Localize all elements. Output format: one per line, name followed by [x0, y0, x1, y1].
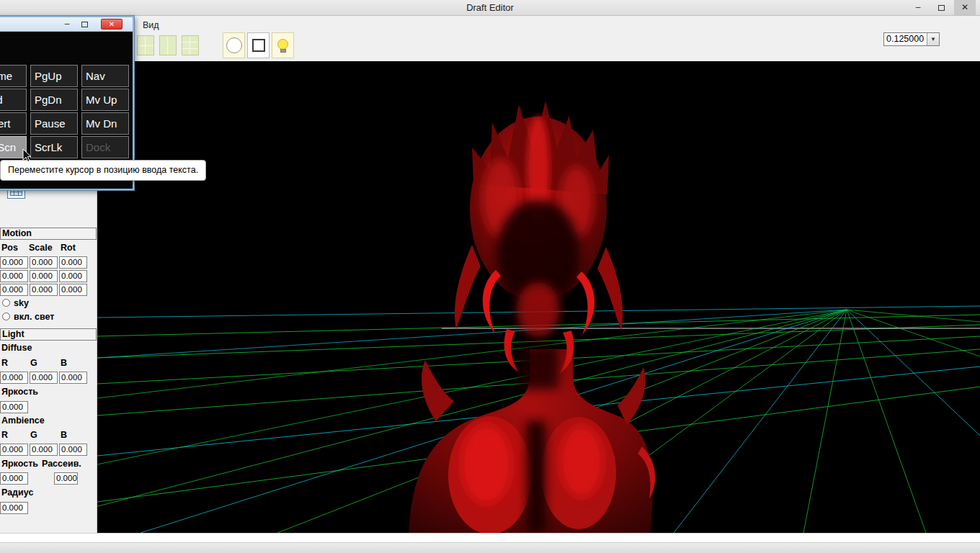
rot-column-label: Rot [61, 243, 76, 253]
sky-radio-label: sky [14, 298, 29, 308]
status-strip [0, 533, 980, 542]
ambience-brightness-field[interactable]: 0.000 [0, 472, 28, 485]
scale-column-label: Scale [29, 243, 53, 253]
g2-label: G [30, 430, 37, 440]
maximize-icon [81, 22, 88, 27]
brightness-field[interactable]: 0.000 [0, 401, 28, 413]
ambience-b-field[interactable]: 0.000 [59, 444, 87, 456]
mouse-cursor-icon [22, 148, 33, 163]
ambience-r-field[interactable]: 0.000 [0, 444, 28, 456]
layout-six-button[interactable] [179, 32, 201, 58]
radius-label: Радиус [1, 487, 33, 498]
brightness-label: Яркость [1, 387, 38, 397]
r2-label: R [1, 430, 8, 440]
maximize-icon [938, 5, 945, 11]
diffuse-label: Diffuse [1, 343, 32, 353]
minimize-icon: – [916, 2, 921, 12]
sphere-tool-button[interactable] [223, 32, 245, 58]
diffuse-r-field[interactable]: 0.000 [0, 372, 28, 384]
taskbar [0, 542, 980, 553]
sphere-icon [226, 37, 242, 53]
b-label: B [61, 358, 67, 368]
ambience-brightness-label: Яркость [1, 459, 38, 469]
toolbar: Вид 0.125000 ▼ [97, 16, 980, 61]
key-dock[interactable]: Dock [81, 136, 129, 158]
key-end[interactable]: End [0, 89, 27, 111]
minimize-icon: – [65, 19, 70, 29]
square-icon [252, 39, 265, 52]
r-label: R [1, 358, 8, 368]
scatter-label: Рассеив. [42, 459, 81, 469]
motion-field[interactable]: 0.000 [59, 256, 87, 269]
key-pgup[interactable]: PgUp [30, 65, 78, 87]
motion-field[interactable]: 0.000 [59, 270, 87, 282]
lightbulb-icon [277, 39, 288, 53]
light-enable-label: вкл. свет [14, 312, 54, 322]
ambience-g-field[interactable]: 0.000 [30, 444, 58, 456]
motion-field[interactable]: 0.000 [59, 284, 87, 296]
motion-field[interactable]: 0.000 [30, 256, 58, 269]
sky-radio[interactable] [2, 299, 10, 307]
b2-label: B [61, 430, 67, 440]
g-label: G [30, 358, 37, 368]
key-nav[interactable]: Nav [81, 65, 129, 87]
scatter-field[interactable]: 0.000 [54, 472, 78, 485]
plane-tool-button[interactable] [247, 32, 270, 58]
viewport-3d[interactable] [97, 61, 980, 533]
close-icon: ✕ [961, 2, 968, 12]
motion-field[interactable]: 0.000 [0, 256, 28, 269]
key-insert[interactable]: Insert [0, 112, 27, 135]
light-enable-radio[interactable] [2, 313, 10, 320]
radius-field[interactable]: 0.000 [0, 502, 28, 514]
key-home[interactable]: Home [0, 65, 27, 87]
zoom-dropdown-button[interactable]: ▼ [927, 33, 939, 45]
motion-field[interactable]: 0.000 [30, 270, 58, 282]
pos-column-label: Pos [1, 243, 18, 253]
close-icon: ✕ [109, 20, 115, 28]
light-tool-button[interactable] [272, 32, 294, 58]
ambience-label: Ambience [1, 415, 45, 426]
zoom-value[interactable]: 0.125000 [884, 33, 927, 45]
layout-split-icon [159, 35, 177, 55]
diffuse-b-field[interactable]: 0.000 [59, 372, 87, 384]
text-input-tooltip: Переместите курсор в позицию ввода текст… [0, 160, 206, 181]
key-mvdn[interactable]: Mv Dn [81, 112, 129, 135]
key-mvup[interactable]: Mv Up [81, 89, 129, 111]
app-maximize-button[interactable] [931, 0, 951, 15]
keyboard-close-button[interactable]: ✕ [101, 19, 122, 30]
layout-quad-icon [137, 35, 154, 55]
zoom-combobox[interactable]: 0.125000 ▼ [883, 32, 940, 46]
key-scrlk[interactable]: ScrLk [30, 136, 78, 158]
diffuse-g-field[interactable]: 0.000 [30, 372, 58, 384]
keyboard-minimize-button[interactable]: – [60, 19, 74, 30]
motion-section-header: Motion [0, 228, 97, 240]
motion-field[interactable]: 0.000 [0, 270, 28, 282]
app-title: Draft Editor [0, 2, 980, 13]
keyboard-titlebar[interactable]: – ✕ [0, 17, 133, 32]
layout-six-icon [182, 35, 199, 55]
model-predator-bust [409, 101, 655, 533]
key-pgdn[interactable]: PgDn [30, 89, 78, 111]
motion-field[interactable]: 0.000 [30, 284, 58, 296]
light-section-header: Light [0, 328, 97, 341]
app-minimize-button[interactable]: – [908, 0, 928, 15]
key-pause[interactable]: Pause [30, 112, 78, 135]
keyboard-maximize-button[interactable] [76, 19, 92, 30]
layout-quad-button[interactable] [134, 32, 156, 58]
layout-split-button[interactable] [156, 32, 179, 58]
menu-view[interactable]: Вид [143, 20, 159, 30]
app-close-button[interactable]: ✕ [954, 0, 976, 15]
app-titlebar: Draft Editor – ✕ [0, 0, 980, 16]
motion-field[interactable]: 0.000 [0, 284, 28, 296]
chevron-down-icon: ▼ [930, 36, 936, 42]
